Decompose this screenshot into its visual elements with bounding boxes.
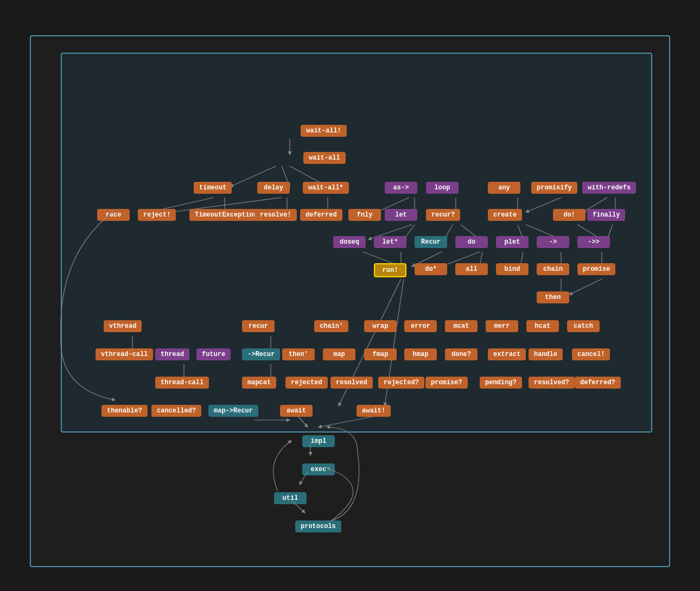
node-done?[interactable]: done?: [445, 348, 478, 360]
node-let[interactable]: let: [385, 209, 417, 221]
node-resolve![interactable]: resolve!: [254, 209, 297, 221]
node-resolved?[interactable]: resolved?: [529, 377, 575, 389]
node-then[interactable]: then: [537, 291, 569, 303]
node-extract[interactable]: extract: [488, 348, 526, 360]
node-fnly[interactable]: fnly: [348, 209, 381, 221]
node-with-redefs[interactable]: with-redefs: [582, 182, 636, 194]
node-mcat[interactable]: mcat: [445, 320, 478, 332]
node-cancelled?[interactable]: cancelled?: [151, 405, 201, 417]
inner-container: wait-all!wait-alltimeoutdelaywait-all*as…: [61, 53, 652, 433]
node-map[interactable]: map: [323, 348, 355, 360]
node-chain'[interactable]: chain': [314, 320, 348, 332]
node-->>[interactable]: ->>: [577, 236, 610, 248]
node-protocols[interactable]: protocols: [295, 520, 341, 532]
node-let*[interactable]: let*: [374, 236, 406, 248]
node-plet[interactable]: plet: [496, 236, 529, 248]
node-merr[interactable]: merr: [486, 320, 518, 332]
node-do[interactable]: do: [455, 236, 488, 248]
node-doseq[interactable]: doseq: [333, 236, 366, 248]
node-deferred[interactable]: deferred: [300, 209, 342, 221]
svg-line-33: [569, 279, 602, 295]
outer-container: wait-all!wait-alltimeoutdelaywait-all*as…: [30, 35, 670, 567]
node-util[interactable]: util: [274, 492, 307, 504]
node-rejected?[interactable]: rejected?: [378, 377, 424, 389]
node-race[interactable]: race: [97, 209, 130, 221]
node-loop[interactable]: loop: [426, 182, 459, 194]
node-recur?[interactable]: recur?: [426, 209, 460, 221]
node-handle[interactable]: handle: [529, 348, 563, 360]
node-->Recur[interactable]: ->Recur: [242, 348, 280, 360]
node-recur[interactable]: recur: [242, 320, 275, 332]
node-promisify[interactable]: promisify: [531, 182, 577, 194]
node-run![interactable]: run!: [374, 263, 406, 277]
node-thread[interactable]: thread: [155, 348, 189, 360]
node-catch[interactable]: catch: [567, 320, 600, 332]
node-pending?[interactable]: pending?: [480, 377, 522, 389]
node-future[interactable]: future: [196, 348, 231, 360]
node-deferred?[interactable]: deferred?: [575, 377, 621, 389]
node-timeout[interactable]: timeout: [194, 182, 232, 194]
node-exec[interactable]: exec: [302, 463, 335, 475]
node-rejected[interactable]: rejected: [285, 377, 328, 389]
node-reject![interactable]: reject!: [138, 209, 176, 221]
node-finally[interactable]: finally: [587, 209, 625, 221]
node-wrap[interactable]: wrap: [364, 320, 397, 332]
node-as->[interactable]: as->: [385, 182, 417, 194]
node-any[interactable]: any: [488, 182, 520, 194]
node-await[interactable]: await: [280, 405, 313, 417]
node-mapcat[interactable]: mapcat: [242, 377, 276, 389]
node-bind[interactable]: bind: [496, 263, 529, 275]
node-Recur[interactable]: Recur: [415, 236, 447, 248]
node-resolved[interactable]: resolved: [330, 377, 373, 389]
node-fmap[interactable]: fmap: [364, 348, 397, 360]
node-thread-call[interactable]: thread-call: [155, 377, 209, 389]
node-vthread-call[interactable]: vthread-call: [96, 348, 153, 360]
node-wait-all[interactable]: wait-all: [303, 152, 346, 164]
node-promise[interactable]: promise: [577, 263, 615, 275]
node-wait-all*[interactable]: wait-all*: [303, 182, 349, 194]
node-all[interactable]: all: [455, 263, 488, 275]
node-wait-all![interactable]: wait-all!: [301, 125, 347, 137]
node-create[interactable]: create: [488, 209, 522, 221]
node-map->Recur[interactable]: map->Recur: [208, 405, 258, 417]
node-delay[interactable]: delay: [257, 182, 290, 194]
node-error[interactable]: error: [404, 320, 437, 332]
node-promise?[interactable]: promise?: [425, 377, 468, 389]
node-await![interactable]: await!: [357, 405, 391, 417]
node-vthread[interactable]: vthread: [104, 320, 142, 332]
node-->[interactable]: ->: [537, 236, 569, 248]
node-hmap[interactable]: hmap: [404, 348, 437, 360]
node-cancel![interactable]: cancel!: [572, 348, 610, 360]
node-TimeoutException[interactable]: TimeoutException: [189, 209, 263, 221]
node-impl[interactable]: impl: [302, 435, 335, 447]
node-do*[interactable]: do*: [415, 263, 447, 275]
node-do![interactable]: do!: [553, 209, 586, 221]
node-hcat[interactable]: hcat: [526, 320, 559, 332]
node-chain[interactable]: chain: [537, 263, 569, 275]
node-then'[interactable]: then': [282, 348, 315, 360]
node-thenable?[interactable]: thenable?: [101, 405, 148, 417]
